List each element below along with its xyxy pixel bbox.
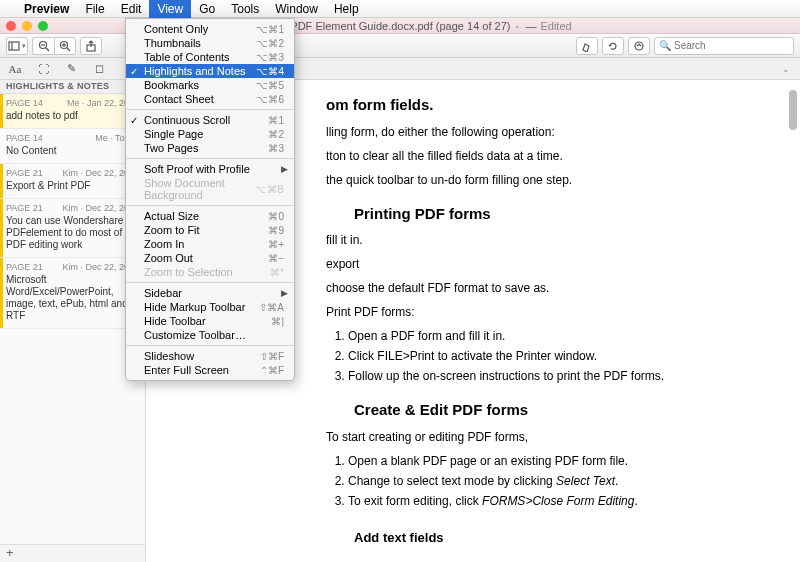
highlight-bar bbox=[0, 164, 3, 198]
menu-view[interactable]: View bbox=[149, 0, 191, 18]
menu-item[interactable]: Zoom In⌘+ bbox=[126, 237, 294, 251]
annotate-button[interactable]: ✎ bbox=[62, 62, 80, 75]
menu-item-label: Single Page bbox=[144, 128, 268, 140]
zoom-in-button[interactable] bbox=[54, 37, 76, 55]
svg-line-6 bbox=[67, 48, 70, 51]
menu-item[interactable]: Slideshow⇧⌘F bbox=[126, 349, 294, 363]
menu-item-label: Bookmarks bbox=[144, 79, 256, 91]
menu-go[interactable]: Go bbox=[191, 0, 223, 18]
menu-item[interactable]: Zoom to Fit⌘9 bbox=[126, 223, 294, 237]
toolbar-chevron-icon[interactable]: ⌄ bbox=[782, 64, 790, 74]
zoom-icon[interactable] bbox=[38, 21, 48, 31]
menu-window[interactable]: Window bbox=[267, 0, 326, 18]
menu-separator bbox=[126, 109, 294, 110]
note-item[interactable]: PAGE 21Kim · Dec 22, 2014Export & Print … bbox=[0, 164, 145, 199]
sidebar-header: HIGHLIGHTS & NOTES bbox=[0, 80, 145, 94]
menu-item-label: Two Pages bbox=[144, 142, 268, 154]
menu-help[interactable]: Help bbox=[326, 0, 367, 18]
note-page: PAGE 14 bbox=[6, 98, 43, 108]
print-steps-list: Open a PDF form and fill it in.Click FIL… bbox=[348, 327, 770, 385]
markup-toolbar: Aа ⛶ ✎ ◻ ⌄ bbox=[0, 58, 800, 80]
menu-shortcut: ⇧⌘A bbox=[259, 302, 284, 313]
body-text: choose the default FDF format to save as… bbox=[326, 279, 770, 297]
menu-item-label: Table of Contents bbox=[144, 51, 256, 63]
highlight-icon bbox=[581, 40, 593, 52]
menu-shortcut: ⌥⌘5 bbox=[256, 80, 284, 91]
menu-tools[interactable]: Tools bbox=[223, 0, 267, 18]
app-name[interactable]: Preview bbox=[16, 0, 77, 18]
menu-item[interactable]: Two Pages⌘3 bbox=[126, 141, 294, 155]
menu-shortcut: ⌘1 bbox=[268, 115, 284, 126]
minimize-icon[interactable] bbox=[22, 21, 32, 31]
note-item[interactable]: PAGE 14Me · TodayNo Content bbox=[0, 129, 145, 164]
note-item[interactable]: PAGE 14Me · Jan 22, 2016add notes to pdf bbox=[0, 94, 145, 129]
list-item: Change to select text mode by clicking S… bbox=[348, 472, 770, 490]
menu-item-label: Actual Size bbox=[144, 210, 268, 222]
menu-file[interactable]: File bbox=[77, 0, 112, 18]
menu-shortcut: ⌘* bbox=[270, 267, 284, 278]
zoom-out-button[interactable] bbox=[32, 37, 54, 55]
share-icon bbox=[85, 40, 97, 52]
menu-item-label: Zoom to Fit bbox=[144, 224, 268, 236]
note-body: Export & Print PDF bbox=[6, 180, 139, 192]
title-dropdown-icon[interactable]: ⌄ bbox=[514, 21, 521, 30]
check-icon: ✓ bbox=[130, 66, 138, 77]
menu-separator bbox=[126, 158, 294, 159]
menu-item[interactable]: Soft Proof with Profile▶ bbox=[126, 162, 294, 176]
toolbar: 🔍 bbox=[0, 34, 800, 58]
heading-reset: om form fields. bbox=[326, 94, 770, 117]
note-page: PAGE 21 bbox=[6, 203, 43, 213]
menu-item[interactable]: Hide Toolbar⌘| bbox=[126, 314, 294, 328]
menu-item[interactable]: ✓Highlights and Notes⌥⌘4 bbox=[126, 64, 294, 78]
search-input[interactable] bbox=[674, 40, 789, 51]
menu-shortcut: ⌘0 bbox=[268, 211, 284, 222]
menu-item-label: Show Document Background bbox=[144, 177, 255, 201]
sidebar-button[interactable] bbox=[6, 37, 28, 55]
heading-add-text: Add text fields bbox=[354, 528, 770, 548]
scrollbar[interactable] bbox=[788, 80, 798, 562]
menu-shortcut: ⌥⌘1 bbox=[256, 24, 284, 35]
search-box[interactable]: 🔍 bbox=[654, 37, 794, 55]
menu-item-label: Content Only bbox=[144, 23, 256, 35]
note-item[interactable]: PAGE 21Kim · Dec 22, 2014You can use Won… bbox=[0, 199, 145, 258]
crop-button[interactable]: ⛶ bbox=[34, 63, 52, 75]
menu-edit[interactable]: Edit bbox=[113, 0, 150, 18]
note-body: You can use Wondershare PDFelement to do… bbox=[6, 215, 139, 251]
menu-item[interactable]: Sidebar▶ bbox=[126, 286, 294, 300]
menu-item-label: Soft Proof with Profile bbox=[144, 163, 284, 175]
body-text: export bbox=[326, 255, 770, 273]
menu-item[interactable]: Thumbnails⌥⌘2 bbox=[126, 36, 294, 50]
menu-shortcut: ⌘3 bbox=[268, 143, 284, 154]
rotate-button[interactable] bbox=[602, 37, 624, 55]
scroll-thumb[interactable] bbox=[789, 90, 797, 130]
menu-item[interactable]: Contact Sheet⌥⌘6 bbox=[126, 92, 294, 106]
menu-item[interactable]: Single Page⌘2 bbox=[126, 127, 294, 141]
menu-item[interactable]: Table of Contents⌥⌘3 bbox=[126, 50, 294, 64]
menu-item[interactable]: Bookmarks⌥⌘5 bbox=[126, 78, 294, 92]
menubar: Preview FileEditViewGoToolsWindowHelp bbox=[0, 0, 800, 18]
note-item[interactable]: PAGE 21Kim · Dec 22, 2014Microsoft Word/… bbox=[0, 258, 145, 329]
markup-button[interactable] bbox=[628, 37, 650, 55]
menu-item[interactable]: Zoom Out⌘− bbox=[126, 251, 294, 265]
menu-item[interactable]: ✓Continuous Scroll⌘1 bbox=[126, 113, 294, 127]
menu-item-label: Zoom Out bbox=[144, 252, 268, 264]
menu-item[interactable]: Content Only⌥⌘1 bbox=[126, 22, 294, 36]
shapes-button[interactable]: ◻ bbox=[90, 62, 108, 75]
share-button[interactable] bbox=[80, 37, 102, 55]
check-icon: ✓ bbox=[130, 115, 138, 126]
heading-printing: Printing PDF forms bbox=[354, 203, 770, 226]
menu-shortcut: ⌘2 bbox=[268, 129, 284, 140]
menu-item-label: Slideshow bbox=[144, 350, 260, 362]
close-icon[interactable] bbox=[6, 21, 16, 31]
menu-item[interactable]: Enter Full Screen⌃⌘F bbox=[126, 363, 294, 377]
highlight-button[interactable] bbox=[576, 37, 598, 55]
add-note-button[interactable]: + bbox=[0, 544, 145, 562]
menu-item-label: Highlights and Notes bbox=[144, 65, 256, 77]
menu-separator bbox=[126, 345, 294, 346]
menu-item[interactable]: Actual Size⌘0 bbox=[126, 209, 294, 223]
notes-list: PAGE 14Me · Jan 22, 2016add notes to pdf… bbox=[0, 94, 145, 544]
text-style-button[interactable]: Aа bbox=[6, 63, 24, 75]
body-text: To start creating or editing PDF forms, bbox=[326, 428, 770, 446]
menu-item[interactable]: Customize Toolbar… bbox=[126, 328, 294, 342]
menu-item[interactable]: Hide Markup Toolbar⇧⌘A bbox=[126, 300, 294, 314]
